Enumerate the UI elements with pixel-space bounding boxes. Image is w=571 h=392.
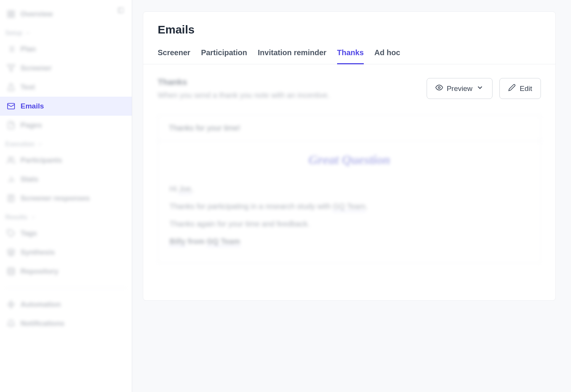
panel-description: When you send a thank you note with an i…	[158, 91, 329, 100]
dashboard-icon	[7, 10, 15, 18]
tab-thanks[interactable]: Thanks	[337, 45, 364, 64]
chevron-down-icon	[25, 30, 30, 36]
svg-rect-4	[8, 15, 10, 17]
sidebar-item-label: Repository	[21, 267, 58, 276]
token-sender-name: Billy	[170, 237, 186, 247]
svg-marker-23	[8, 249, 14, 252]
sidebar-item-label: Notifications	[21, 319, 64, 328]
sidebar-item-label: Screener	[21, 64, 51, 72]
pencil-icon	[508, 84, 516, 93]
chevron-down-icon	[30, 215, 36, 220]
database-icon	[7, 267, 15, 276]
chevron-down-icon	[37, 142, 43, 147]
sidebar-item-label: Synthesis	[21, 248, 55, 257]
sidebar-item-synthesis[interactable]: Synthesis	[0, 243, 132, 262]
svg-rect-2	[8, 11, 10, 13]
email-subject: Thanks for your time!	[158, 115, 541, 141]
sidebar-item-overview[interactable]: Overview	[0, 5, 132, 24]
file-icon	[7, 121, 15, 129]
mail-icon	[7, 102, 15, 110]
users-icon	[7, 156, 15, 164]
sidebar: Overview Setup Plan Screener Test Emails	[0, 0, 132, 392]
sidebar-item-label: Overview	[21, 10, 53, 18]
page-title: Emails	[158, 23, 541, 36]
sidebar-item-label: Plan	[21, 45, 36, 53]
filter-icon	[7, 64, 15, 72]
tab-screener[interactable]: Screener	[158, 45, 190, 64]
chart-icon	[7, 175, 15, 183]
panel-title: Thanks	[158, 77, 329, 87]
sidebar-item-label: Automation	[21, 300, 61, 309]
bell-icon	[7, 319, 15, 328]
sidebar-item-test[interactable]: Test	[0, 78, 132, 97]
list-icon	[7, 45, 15, 53]
sidebar-item-label: Pages	[21, 121, 42, 129]
button-label: Edit	[520, 84, 532, 93]
svg-marker-25	[8, 301, 14, 308]
email-line-1: Thanks for participating in a research s…	[170, 199, 529, 214]
preview-button[interactable]: Preview	[427, 78, 493, 99]
sidebar-item-participants[interactable]: Participants	[0, 151, 132, 170]
zap-icon	[7, 300, 15, 309]
sidebar-item-label: Participants	[21, 156, 62, 164]
card-header: Emails Screener Participation Invitation…	[143, 12, 555, 64]
email-signature: Billy from GQ Team	[170, 234, 529, 249]
email-body: Hi Joe, Thanks for participating in a re…	[158, 173, 541, 263]
sidebar-section-setup[interactable]: Setup	[0, 24, 132, 40]
email-preview: Thanks for your time! Great Question Hi …	[158, 115, 541, 263]
sidebar-item-automation[interactable]: Automation	[0, 295, 132, 314]
emails-card: Emails Screener Participation Invitation…	[143, 11, 556, 301]
sidebar-item-notifications[interactable]: Notifications	[0, 314, 132, 333]
svg-marker-12	[8, 65, 14, 72]
button-label: Preview	[447, 84, 473, 93]
tab-participation[interactable]: Participation	[201, 45, 247, 64]
tab-ad-hoc[interactable]: Ad hoc	[374, 45, 400, 64]
svg-point-24	[8, 268, 14, 270]
panel-actions: Preview Edit	[427, 78, 541, 99]
token-team-name: GQ Team	[207, 237, 240, 247]
clipboard-icon	[7, 194, 15, 202]
panel-header-row: Thanks When you send a thank you note wi…	[158, 77, 541, 100]
sidebar-section-execution[interactable]: Execution	[0, 135, 132, 151]
sidebar-item-repository[interactable]: Repository	[0, 262, 132, 281]
email-line-2: Thanks again for your time and feedback.	[170, 217, 529, 231]
sidebar-item-stats[interactable]: Stats	[0, 170, 132, 189]
email-greeting: Hi Joe,	[170, 182, 529, 196]
email-brand: Great Question	[158, 141, 541, 173]
panel-info: Thanks When you send a thank you note wi…	[158, 77, 329, 100]
tag-icon	[7, 229, 15, 237]
token-team-name: GQ Team	[333, 202, 365, 212]
tab-invitation-reminder[interactable]: Invitation reminder	[258, 45, 326, 64]
sidebar-item-emails[interactable]: Emails	[0, 97, 132, 116]
svg-rect-5	[12, 15, 14, 17]
sidebar-item-screener[interactable]: Screener	[0, 59, 132, 78]
sidebar-item-label: Test	[21, 83, 35, 91]
main-content: Emails Screener Participation Invitation…	[132, 0, 571, 392]
section-label: Results	[5, 214, 27, 221]
tabs: Screener Participation Invitation remind…	[158, 45, 541, 64]
svg-rect-3	[12, 11, 14, 13]
sidebar-item-plan[interactable]: Plan	[0, 40, 132, 59]
sidebar-item-label: Screener responses	[21, 194, 90, 202]
divider	[5, 288, 127, 288]
section-label: Execution	[5, 141, 34, 148]
layers-icon	[7, 248, 15, 257]
edit-button[interactable]: Edit	[499, 78, 541, 99]
token-recipient-name: Joe	[179, 185, 191, 194]
sidebar-item-label: Emails	[21, 102, 44, 110]
chevron-down-icon	[476, 84, 484, 93]
flask-icon	[7, 83, 15, 91]
sidebar-section-results[interactable]: Results	[0, 208, 132, 224]
eye-icon	[435, 84, 443, 93]
sidebar-item-label: Stats	[21, 175, 38, 183]
sidebar-item-label: Tags	[21, 229, 37, 237]
sidebar-item-tags[interactable]: Tags	[0, 224, 132, 243]
card-body: Thanks When you send a thank you note wi…	[143, 64, 555, 276]
svg-point-26	[438, 87, 440, 89]
section-label: Setup	[5, 30, 22, 37]
sidebar-item-screener-responses[interactable]: Screener responses	[0, 189, 132, 208]
svg-point-14	[9, 157, 11, 160]
sidebar-item-pages[interactable]: Pages	[0, 116, 132, 135]
